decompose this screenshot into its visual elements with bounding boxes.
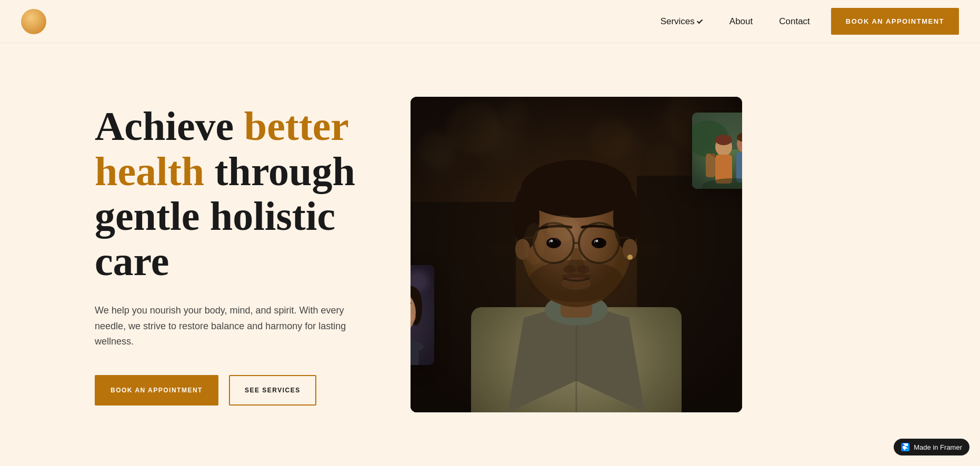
framer-icon	[901, 443, 909, 451]
nav-cta-button[interactable]: BOOK AN APPOINTMENT	[831, 8, 959, 35]
thumbnail-bl-svg	[411, 265, 434, 365]
main-photo	[411, 97, 742, 412]
hero-description: We help you nourish your body, mind, and…	[95, 303, 358, 350]
thumbnail-tr-svg	[692, 113, 742, 189]
logo-circle	[21, 9, 46, 34]
svg-rect-52	[706, 154, 715, 177]
hero-services-button[interactable]: SEE SERVICES	[229, 375, 316, 406]
hero-content: Achieve better health through gentle hol…	[0, 72, 411, 437]
hero-section: Achieve better health through gentle hol…	[0, 0, 980, 466]
thumbnail-top-right	[692, 113, 742, 189]
framer-badge: Made in Framer	[894, 439, 969, 455]
nav-links: Services About Contact	[661, 16, 810, 27]
svg-point-44	[524, 223, 545, 265]
hero-title: Achieve better health through gentle hol…	[95, 104, 368, 284]
nav-about[interactable]: About	[729, 16, 753, 27]
svg-point-37	[551, 240, 553, 242]
nav-contact[interactable]: Contact	[779, 16, 810, 27]
navbar: Services About Contact BOOK AN APPOINTME…	[0, 0, 980, 43]
svg-rect-56	[736, 152, 742, 183]
thumbnail-bottom-left	[411, 265, 434, 365]
svg-point-38	[596, 240, 598, 242]
svg-point-50	[715, 135, 732, 145]
hero-buttons: BOOK AN APPOINTMENT SEE SERVICES	[95, 375, 368, 406]
hero-book-button[interactable]: BOOK AN APPOINTMENT	[95, 375, 218, 406]
nav-services[interactable]: Services	[661, 16, 703, 27]
logo[interactable]	[21, 9, 46, 34]
hero-image-area	[411, 43, 980, 466]
chevron-down-icon	[697, 17, 703, 23]
svg-point-43	[547, 215, 579, 241]
svg-point-23	[627, 255, 633, 260]
